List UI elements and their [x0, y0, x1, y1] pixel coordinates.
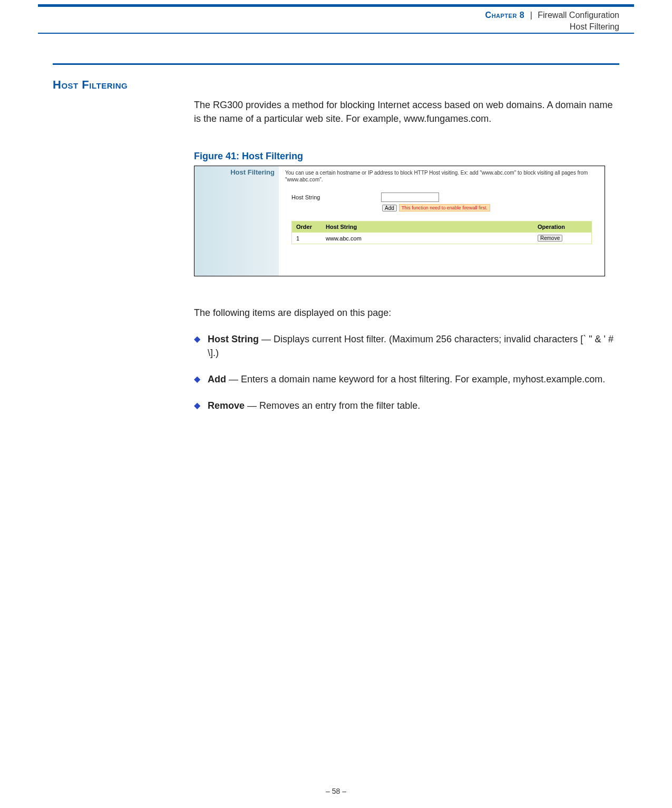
host-string-label: Host String — [291, 194, 360, 200]
bullet-text: Remove — Removes an entry from the filte… — [208, 399, 420, 412]
host-string-input[interactable] — [381, 193, 439, 202]
bullet-list: ◆ Host String — Displays current Host fi… — [194, 332, 614, 425]
header-separator: | — [530, 11, 532, 20]
add-button[interactable]: Add — [382, 205, 397, 211]
bullet-term: Remove — [208, 400, 245, 411]
page-number: – 58 – — [0, 787, 672, 795]
figure-description: You can use a certain hostname or IP add… — [285, 169, 598, 183]
header-rule-bottom — [38, 33, 634, 34]
td-order: 1 — [292, 233, 322, 244]
bullet-text: Add — Enters a domain name keyword for a… — [208, 372, 605, 386]
header-rule-top — [38, 4, 634, 7]
figure-main: You can use a certain hostname or IP add… — [279, 166, 605, 276]
page-header: Chapter 8 | Firewall Configuration Host … — [485, 9, 619, 33]
list-item: ◆ Remove — Removes an entry from the fil… — [194, 399, 614, 412]
figure-sidebar-title: Host Filtering — [230, 168, 275, 176]
header-section-title: Firewall Configuration — [538, 11, 619, 20]
bullet-desc: — Displays current Host filter. (Maximum… — [208, 334, 613, 358]
table-row: 1 www.abc.com Remove — [292, 232, 591, 244]
figure-screenshot: Host Filtering You can use a certain hos… — [194, 166, 605, 276]
section-rule — [53, 63, 619, 65]
bullet-desc: — Enters a domain name keyword for a hos… — [226, 374, 605, 384]
remove-button[interactable]: Remove — [538, 235, 562, 242]
host-table: Order Host String Operation 1 www.abc.co… — [291, 221, 592, 244]
items-intro: The following items are displayed on thi… — [194, 306, 614, 320]
list-item: ◆ Host String — Displays current Host fi… — [194, 332, 614, 360]
th-host: Host String — [322, 222, 533, 232]
th-operation: Operation — [533, 222, 591, 232]
figure-sidebar: Host Filtering — [194, 166, 279, 276]
bullet-term: Add — [208, 374, 226, 384]
host-string-row: Host String — [291, 193, 598, 202]
intro-paragraph: The RG300 provides a method for blocking… — [194, 98, 614, 126]
chapter-label: Chapter 8 — [485, 11, 525, 20]
diamond-icon: ◆ — [194, 332, 200, 360]
th-order: Order — [292, 222, 322, 232]
diamond-icon: ◆ — [194, 372, 200, 386]
figure-caption: Figure 41: Host Filtering — [194, 151, 303, 162]
section-heading: Host Filtering — [53, 78, 128, 92]
add-row: Add This function need to enable firewal… — [382, 204, 598, 211]
header-subsection-title: Host Filtering — [485, 21, 619, 33]
bullet-desc: — Removes an entry from the filter table… — [245, 400, 420, 411]
bullet-term: Host String — [208, 334, 259, 344]
td-host: www.abc.com — [322, 233, 533, 244]
list-item: ◆ Add — Enters a domain name keyword for… — [194, 372, 614, 386]
firewall-warning: This function need to enable firewall fi… — [399, 204, 490, 211]
table-header: Order Host String Operation — [292, 222, 591, 232]
bullet-text: Host String — Displays current Host filt… — [208, 332, 614, 360]
diamond-icon: ◆ — [194, 399, 200, 412]
td-operation: Remove — [533, 233, 591, 244]
